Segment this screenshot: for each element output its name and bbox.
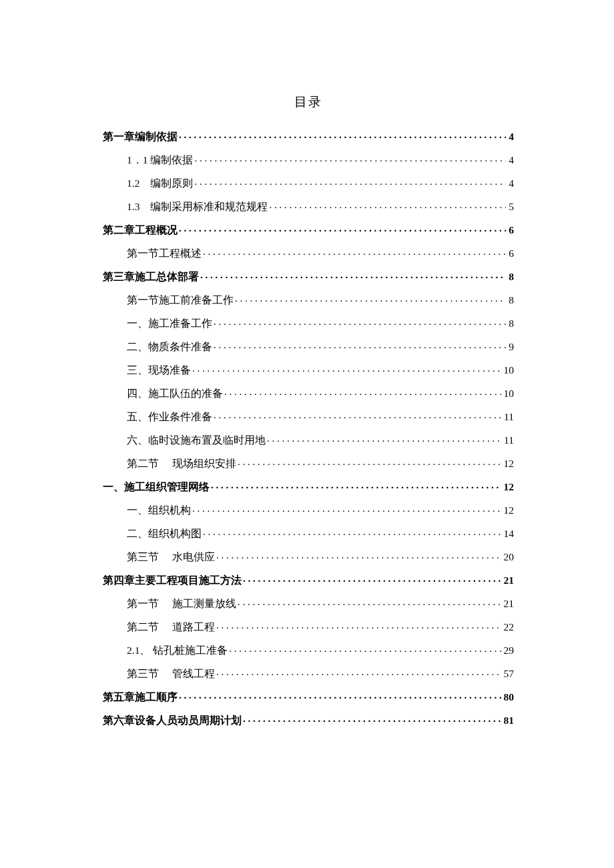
- toc-entry: 第三章施工总体部署8: [103, 270, 514, 293]
- toc-entry: 四、施工队伍的准备10: [103, 386, 514, 410]
- toc-entry-label: 四、施工队伍的准备: [127, 388, 223, 399]
- toc-entry-page: 4: [509, 155, 514, 165]
- toc-leader: [238, 596, 501, 607]
- toc-entry: 第一节 施工测量放线21: [103, 596, 514, 620]
- table-of-contents: 第一章编制依据41．1 编制依据41.2 编制原则41.3 编制采用标准和规范规…: [103, 129, 514, 737]
- toc-entry-label: 二、物质条件准备: [127, 342, 212, 352]
- toc-entry: 一、施工准备工作8: [103, 316, 514, 340]
- toc-entry-label: 一、施工准备工作: [127, 318, 212, 329]
- toc-entry-page: 10: [504, 388, 515, 399]
- toc-entry-page: 8: [509, 295, 514, 306]
- toc-leader: [267, 433, 501, 444]
- toc-entry: 三、现场准备10: [103, 363, 514, 386]
- toc-entry-label: 三、现场准备: [127, 365, 191, 376]
- toc-entry-label: 2.1、 钻孔桩施工准备: [127, 645, 228, 656]
- toc-entry: 第一章编制依据4: [103, 129, 514, 153]
- toc-entry-page: 4: [509, 131, 514, 142]
- toc-entry: 1．1 编制依据4: [103, 153, 514, 176]
- toc-leader: [243, 573, 501, 584]
- toc-leader: [214, 340, 506, 350]
- toc-leader: [211, 480, 501, 490]
- toc-leader: [179, 223, 506, 234]
- toc-leader: [192, 503, 501, 514]
- toc-leader: [203, 246, 506, 257]
- toc-entry-label: 第二节 道路工程: [127, 622, 215, 632]
- toc-entry: 第四章主要工程项目施工方法21: [103, 573, 514, 596]
- toc-entry: 第二节 现场组织安排12: [103, 456, 514, 480]
- toc-entry: 第五章施工顺序80: [103, 690, 514, 713]
- toc-entry: 1.3 编制采用标准和规范规程5: [103, 199, 514, 223]
- toc-entry-label: 二、组织机构图: [127, 528, 202, 539]
- toc-entry: 1.2 编制原则4: [103, 176, 514, 199]
- toc-entry-page: 11: [504, 412, 514, 422]
- toc-entry-page: 81: [504, 715, 515, 726]
- toc-entry-page: 4: [509, 178, 514, 189]
- toc-leader: [200, 270, 506, 280]
- toc-entry: 第二章工程概况6: [103, 223, 514, 246]
- toc-entry-label: 第一章编制依据: [103, 131, 178, 142]
- toc-entry-page: 11: [504, 435, 514, 446]
- toc-entry: 五、作业条件准备11: [103, 410, 514, 433]
- toc-entry-label: 第四章主要工程项目施工方法: [103, 575, 242, 586]
- toc-leader: [235, 293, 506, 304]
- toc-entry-page: 9: [509, 342, 514, 352]
- toc-entry: 二、物质条件准备9: [103, 340, 514, 363]
- toc-entry: 第三节 水电供应20: [103, 550, 514, 573]
- toc-entry-label: 第一节 施工测量放线: [127, 598, 236, 609]
- toc-entry: 六、临时设施布置及临时用地11: [103, 433, 514, 456]
- toc-leader: [179, 129, 506, 140]
- toc-entry-label: 第三节 管线工程: [127, 669, 215, 679]
- toc-entry-page: 21: [504, 598, 515, 609]
- toc-leader: [203, 526, 501, 537]
- toc-entry: 2.1、 钻孔桩施工准备29: [103, 643, 514, 667]
- toc-leader: [216, 550, 501, 560]
- toc-leader: [224, 386, 501, 397]
- toc-leader: [179, 690, 501, 701]
- toc-leader: [194, 176, 506, 187]
- page-title: 目录: [103, 93, 514, 111]
- toc-entry-page: 10: [504, 365, 515, 376]
- toc-entry-label: 第二节 现场组织安排: [127, 458, 236, 469]
- toc-entry-label: 六、临时设施布置及临时用地: [127, 435, 266, 446]
- toc-entry-label: 1．1 编制依据: [127, 155, 193, 165]
- toc-entry-page: 20: [504, 552, 515, 562]
- toc-entry: 第一节工程概述6: [103, 246, 514, 270]
- toc-entry-label: 1.2 编制原则: [127, 178, 193, 189]
- toc-entry: 二、组织机构图14: [103, 526, 514, 550]
- toc-entry-label: 第一节施工前准备工作: [127, 295, 234, 306]
- toc-leader: [243, 713, 501, 724]
- toc-entry-page: 57: [504, 669, 515, 679]
- toc-entry-label: 第一节工程概述: [127, 248, 202, 259]
- toc-entry: 第六章设备人员动员周期计划81: [103, 713, 514, 737]
- toc-entry-label: 一、组织机构: [127, 505, 191, 516]
- document-page: 目录 第一章编制依据41．1 编制依据41.2 编制原则41.3 编制采用标准和…: [0, 0, 614, 868]
- toc-entry: 第一节施工前准备工作8: [103, 293, 514, 316]
- toc-leader: [229, 643, 501, 654]
- toc-entry-page: 12: [504, 505, 515, 516]
- toc-entry-page: 12: [504, 482, 515, 492]
- toc-entry-label: 一、施工组织管理网络: [103, 482, 210, 492]
- toc-entry-page: 80: [504, 692, 515, 703]
- toc-entry-page: 29: [504, 645, 515, 656]
- toc-leader: [192, 363, 501, 374]
- toc-entry: 一、组织机构12: [103, 503, 514, 526]
- toc-entry-page: 6: [509, 225, 514, 236]
- toc-leader: [214, 410, 501, 420]
- toc-entry-label: 第二章工程概况: [103, 225, 178, 236]
- toc-entry: 第三节 管线工程57: [103, 667, 514, 690]
- toc-entry-page: 22: [504, 622, 515, 632]
- toc-entry-page: 21: [504, 575, 515, 586]
- toc-entry-page: 8: [509, 318, 514, 329]
- toc-leader: [216, 620, 501, 630]
- toc-entry-label: 第三节 水电供应: [127, 552, 215, 562]
- toc-leader: [194, 153, 506, 163]
- toc-entry-page: 5: [509, 201, 514, 212]
- toc-entry-page: 6: [509, 248, 514, 259]
- toc-leader: [216, 667, 501, 677]
- toc-entry-page: 14: [504, 528, 515, 539]
- toc-entry-label: 1.3 编制采用标准和规范规程: [127, 201, 268, 212]
- toc-entry-label: 第六章设备人员动员周期计划: [103, 715, 242, 726]
- toc-leader: [214, 316, 506, 327]
- toc-leader: [269, 199, 506, 210]
- toc-entry: 一、施工组织管理网络12: [103, 480, 514, 503]
